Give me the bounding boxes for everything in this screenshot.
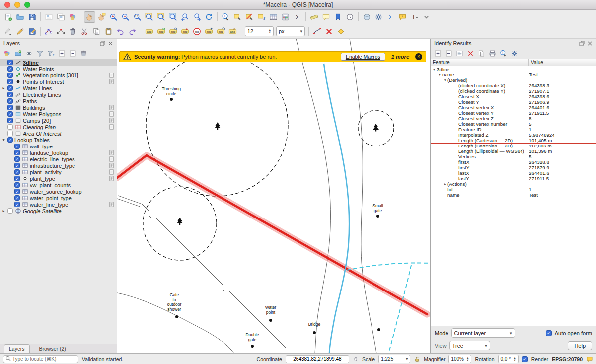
collapse-all-icon[interactable] <box>68 49 77 58</box>
dock-tab-browser-2[interactable]: Browser (2) <box>35 345 71 353</box>
stepper-arrows-icon[interactable]: ▲▼ <box>269 29 271 34</box>
text-annotation-icon[interactable]: T <box>409 11 420 23</box>
copy-features-icon[interactable] <box>91 26 102 37</box>
label-font-unit-select[interactable]: px▾ <box>276 26 305 36</box>
tree-expander-icon[interactable]: ▾ <box>443 77 447 83</box>
identify-row-firstx[interactable]: firstX264328.8 <box>431 159 596 165</box>
layer-item-electricity-lines[interactable]: ✓Electricity Lines <box>0 91 117 98</box>
paste-features-icon[interactable] <box>103 26 114 37</box>
layer-visibility-checkbox[interactable]: ✓ <box>7 137 13 143</box>
layer-visibility-checkbox[interactable]: ✓ <box>7 60 13 65</box>
render-checkbox[interactable]: ✓ <box>522 356 528 362</box>
redo-icon[interactable] <box>127 26 138 37</box>
vertex-tool-icon[interactable] <box>55 26 67 37</box>
layer-item-water-points[interactable]: ✓Water Points <box>0 66 117 72</box>
identify-row-closest-y[interactable]: Closest Y271906.9 <box>431 99 596 105</box>
dropdown-arrow-icon[interactable]: ▾ <box>300 29 302 34</box>
toggle-editing-icon[interactable] <box>14 26 26 37</box>
temporal-controller-icon[interactable] <box>344 11 356 23</box>
field-calculator-icon[interactable] <box>280 11 291 23</box>
enable-macros-button[interactable]: Enable Macros <box>341 53 385 61</box>
expander-icon[interactable]: ▸ <box>1 86 6 90</box>
identify-row-length-cartesian-3d[interactable]: Length (Cartesian — 3D)112,806 m <box>431 143 596 148</box>
layer-visibility-checkbox[interactable]: ✓ <box>7 66 13 72</box>
identify-row-length-ellipsoidal-wgs84[interactable]: Length (Ellipsoidal — WGS84)101,396 m <box>431 148 596 154</box>
print-response-icon[interactable] <box>488 49 497 58</box>
crs-status[interactable]: EPSG:20790 <box>552 356 583 362</box>
layer-visibility-checkbox[interactable] <box>7 124 13 130</box>
layer-item-water-line-type[interactable]: ✓water_line_type <box>0 201 117 208</box>
layer-visibility-checkbox[interactable]: ✓ <box>7 73 13 78</box>
statistical-summary-icon[interactable]: Σ <box>385 11 396 23</box>
measure-icon[interactable] <box>308 11 320 23</box>
current-edits-icon[interactable] <box>2 26 14 37</box>
identify-mode-icon[interactable]: i <box>499 49 508 58</box>
close-panel-icon[interactable] <box>108 41 113 46</box>
diagram-options-icon[interactable] <box>335 26 347 37</box>
save-layer-edits-icon[interactable] <box>26 26 38 37</box>
layer-visibility-checkbox[interactable]: ✓ <box>14 144 20 149</box>
zoom-last-icon[interactable] <box>179 11 191 23</box>
identify-settings-icon[interactable] <box>510 49 519 58</box>
layer-item-lookup-tables[interactable]: ▾✓Lookup Tables <box>0 137 117 143</box>
fullscreen-window-button[interactable] <box>24 2 30 8</box>
open-project-icon[interactable] <box>14 11 26 23</box>
expand-tree-icon[interactable] <box>433 49 443 58</box>
select-by-expression-icon[interactable]: ε <box>256 11 267 23</box>
lock-scale-icon[interactable] <box>414 356 420 363</box>
identify-row-closest-vertex-z[interactable]: Closest vertex Z8 <box>431 116 596 121</box>
highlight-pinned-labels-icon[interactable]: abc <box>191 26 203 37</box>
add-group-icon[interactable] <box>13 49 23 58</box>
undo-icon[interactable] <box>115 26 126 37</box>
select-features-icon[interactable] <box>232 11 243 23</box>
layer-visibility-checkbox[interactable]: ✓ <box>14 189 20 194</box>
zoom-out-icon[interactable] <box>120 11 131 23</box>
map-canvas[interactable]: ThreshingcircleSmallgateGatetooutdoorsho… <box>117 39 430 353</box>
manage-map-themes-icon[interactable] <box>24 49 34 58</box>
more-messages-link[interactable]: 1 more <box>391 54 409 60</box>
identify-row-lasty[interactable]: lastY271911.5 <box>431 176 596 181</box>
collapse-tree-icon[interactable] <box>444 49 453 58</box>
layer-visibility-checkbox[interactable]: ✓ <box>14 176 20 181</box>
close-window-button[interactable] <box>4 2 10 8</box>
clear-results-icon[interactable] <box>466 49 475 58</box>
identify-features-icon[interactable]: i <box>220 11 231 23</box>
mouse-extents-icon[interactable] <box>353 356 359 363</box>
new-bookmark-icon[interactable] <box>332 11 344 23</box>
annotation-icon[interactable]: i <box>397 11 408 23</box>
zoom-next-icon[interactable] <box>191 11 203 23</box>
pan-map-icon[interactable] <box>84 11 95 23</box>
locator-input[interactable] <box>12 356 76 362</box>
feature-column-header[interactable]: Feature <box>431 59 529 66</box>
map-tips-icon[interactable] <box>320 11 332 23</box>
layer-visibility-checkbox[interactable]: ✓ <box>7 105 13 110</box>
zoom-native-icon[interactable]: 1:1 <box>132 11 143 23</box>
open-layer-styling-icon[interactable] <box>2 49 12 58</box>
layer-item-area-of-interest[interactable]: Area Of Interest <box>0 130 117 137</box>
magnifier-stepper[interactable]: 100% ▲▼ <box>448 355 471 363</box>
labeling-options-icon[interactable]: abc <box>167 26 179 37</box>
layer-item-camps-20[interactable]: ✓Camps [20] <box>0 117 117 124</box>
identify-row-closest-vertex-y[interactable]: Closest vertex Y271911.5 <box>431 110 596 116</box>
move-label-icon[interactable]: abc <box>203 26 215 37</box>
float-panel-icon[interactable] <box>100 41 105 46</box>
scale-select[interactable]: 1:225 ▾ <box>378 355 410 363</box>
rotation-stepper[interactable]: 0,0 ° ▲▼ <box>498 355 519 363</box>
identify-row-firsty[interactable]: firstY271879.9 <box>431 165 596 170</box>
layer-visibility-checkbox[interactable]: ✓ <box>14 156 20 162</box>
layer-visibility-checkbox[interactable]: ✓ <box>7 85 13 91</box>
close-panel-icon[interactable] <box>587 41 593 46</box>
refresh-map-icon[interactable] <box>203 11 215 23</box>
identify-row-interpolated-z[interactable]: Interpolated Z5,98748924 <box>431 132 596 138</box>
identify-row-closest-vertex-x[interactable]: Closest vertex X264401.6 <box>431 105 596 110</box>
expand-all-icon[interactable] <box>57 49 67 58</box>
tree-expander-icon[interactable]: ▾ <box>437 72 442 77</box>
show-layout-manager-icon[interactable] <box>55 11 67 23</box>
add-feature-icon[interactable] <box>43 26 55 37</box>
auto-open-form-checkbox[interactable]: ✓ <box>546 330 552 336</box>
identify-row-clicked-coordinate-x[interactable]: (clicked coordinate X)264398.3 <box>431 83 596 88</box>
identify-row-derived[interactable]: ▾(Derived) <box>431 77 596 83</box>
identify-row-closest-x[interactable]: Closest X264398.6 <box>431 94 596 99</box>
layer-visibility-checkbox[interactable]: ✓ <box>14 195 20 201</box>
curved-label-icon[interactable] <box>311 26 323 37</box>
